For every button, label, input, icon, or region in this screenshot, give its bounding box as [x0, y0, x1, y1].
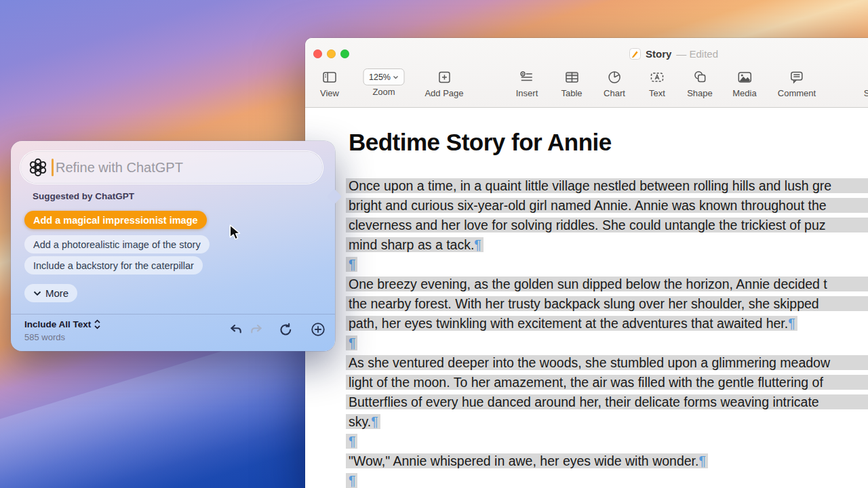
fullscreen-button[interactable]: [340, 49, 349, 58]
chatgpt-refine-popover: Refine with ChatGPT Suggested by ChatGPT…: [11, 141, 335, 351]
pilcrow-mark: ¶: [788, 316, 795, 331]
doc-line[interactable]: bright and curious six-year-old girl nam…: [349, 196, 868, 216]
more-suggestions-button[interactable]: More: [24, 284, 77, 302]
suggested-heading: Suggested by ChatGPT: [33, 191, 134, 201]
comment-bubble-icon: [778, 67, 816, 87]
doc-line[interactable]: the nearby forest. With her trusty backp…: [349, 294, 868, 314]
text-box-icon: [649, 67, 665, 87]
doc-line[interactable]: cleverness and her love for solving ridd…: [349, 216, 868, 235]
doc-empty-line[interactable]: ¶: [349, 255, 868, 274]
mouse-cursor: [228, 224, 243, 241]
window-edited-status: — Edited: [676, 48, 718, 60]
doc-empty-line[interactable]: ¶: [349, 333, 868, 353]
zoom-dropdown[interactable]: 125%: [363, 68, 405, 85]
word-count: 585 words: [24, 332, 65, 342]
window-title-area: Story — Edited: [629, 48, 718, 60]
pages-document-icon: [629, 48, 641, 60]
popover-footer: Include All Text 585 words: [11, 314, 335, 351]
doc-line[interactable]: Once upon a time, in a quaint little vil…: [349, 176, 868, 196]
close-button[interactable]: [313, 49, 322, 58]
doc-empty-line[interactable]: ¶: [349, 432, 868, 451]
doc-line[interactable]: sky.¶: [349, 412, 868, 432]
shape-icon: [687, 67, 713, 87]
doc-line[interactable]: mind sharp as a tack.¶: [349, 235, 868, 255]
doc-line[interactable]: light of the moon. To her amazement, the…: [349, 373, 868, 392]
pilcrow-mark: ¶: [349, 434, 355, 449]
document-body: Once upon a time, in a quaint little vil…: [349, 176, 868, 488]
table-icon: [561, 67, 582, 87]
pilcrow-mark: ¶: [349, 473, 355, 488]
toolbar-button-comment[interactable]: Comment: [778, 67, 816, 98]
doc-line[interactable]: As she ventured deeper into the woods, s…: [349, 353, 868, 373]
doc-empty-line[interactable]: ¶: [349, 471, 868, 488]
doc-line[interactable]: path, her eyes twinkling with excitement…: [349, 314, 868, 333]
pilcrow-mark: ¶: [698, 453, 705, 468]
toolbar-button-media[interactable]: Media: [732, 67, 756, 98]
doc-line[interactable]: "Wow," Annie whispered in awe, her eyes …: [349, 451, 868, 471]
media-image-icon: [732, 67, 756, 87]
window-chrome: Story — Edited View 125% Zoom: [305, 38, 868, 108]
pilcrow-mark: ¶: [371, 414, 378, 429]
toolbar-button-share-partial[interactable]: S: [864, 67, 868, 98]
insert-icon: [516, 67, 538, 87]
add-page-icon: [425, 67, 463, 87]
up-down-chevrons-icon: [94, 319, 101, 329]
chevron-down-icon: [393, 75, 399, 79]
toolbar-button-insert[interactable]: Insert: [516, 67, 538, 98]
suggestion-magical-impressionist-image[interactable]: Add a magical impressionist image: [24, 211, 207, 229]
toolbar-zoom-control[interactable]: 125% Zoom: [363, 67, 405, 97]
pilcrow-mark: ¶: [474, 237, 481, 252]
chevron-down-icon: [33, 291, 41, 296]
suggestion-photorealistic-image[interactable]: Add a photorealistic image of the story: [24, 235, 210, 253]
add-button[interactable]: [311, 322, 326, 337]
refine-input-placeholder: Refine with ChatGPT: [56, 160, 183, 176]
include-scope-selector[interactable]: Include All Text: [24, 319, 101, 329]
window-title: Story: [646, 48, 671, 60]
toolbar-button-chart[interactable]: Chart: [604, 67, 625, 98]
redo-button[interactable]: [250, 322, 264, 337]
document-heading[interactable]: Bedtime Story for Annie: [349, 129, 612, 156]
toolbar-button-shape[interactable]: Shape: [687, 67, 713, 98]
toolbar-button-view[interactable]: View: [320, 67, 339, 98]
toolbar-button-table[interactable]: Table: [561, 67, 582, 98]
minimize-button[interactable]: [327, 49, 336, 58]
pilcrow-mark: ¶: [349, 336, 355, 350]
text-insertion-caret: [52, 159, 54, 176]
regenerate-button[interactable]: [279, 322, 293, 337]
pilcrow-mark: ¶: [349, 257, 355, 272]
doc-line[interactable]: Butterflies of every hue danced around h…: [349, 392, 868, 412]
traffic-lights: [313, 49, 349, 58]
document-page[interactable]: Bedtime Story for Annie Once upon a time…: [305, 108, 868, 488]
toolbar-button-text[interactable]: Text: [649, 67, 665, 98]
toolbar-button-add-page[interactable]: Add Page: [425, 67, 463, 98]
pages-window: Story — Edited View 125% Zoom: [305, 38, 868, 488]
suggestion-caterpillar-backstory[interactable]: Include a backstory for the caterpillar: [24, 256, 203, 274]
chatgpt-logo-icon: [28, 158, 47, 177]
doc-line[interactable]: One breezy evening, as the golden sun di…: [349, 274, 868, 294]
sidebar-view-icon: [320, 67, 339, 87]
pie-chart-icon: [604, 67, 625, 87]
undo-button[interactable]: [229, 322, 243, 337]
refine-input[interactable]: Refine with ChatGPT: [20, 150, 323, 184]
